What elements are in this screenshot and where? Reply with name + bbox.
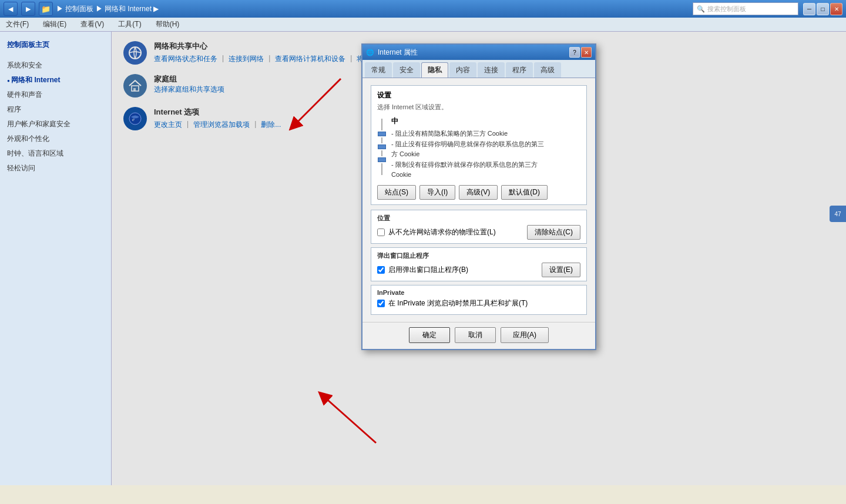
popup-checkbox-label: 启用弹出窗口阻止程序(B) [388, 265, 468, 275]
tab-connections[interactable]: 连接 [478, 62, 505, 78]
tab-privacy[interactable]: 隐私 [421, 62, 448, 78]
clear-sites-button[interactable]: 清除站点(C) [527, 225, 580, 240]
window-controls: ─ □ ✕ [803, 3, 842, 15]
menu-help[interactable]: 帮助(H) [153, 18, 182, 31]
tab-advanced[interactable]: 高级 [534, 62, 561, 78]
inprivate-label: InPrivate [377, 289, 580, 296]
location-checkbox[interactable] [377, 229, 385, 236]
cancel-button[interactable]: 取消 [455, 327, 496, 343]
tab-general[interactable]: 常规 [365, 62, 392, 78]
dialog-tabs: 常规 安全 隐私 内容 连接 程序 高级 [362, 60, 595, 78]
sidebar-item-hardware[interactable]: 硬件和声音 [0, 88, 111, 102]
tab-content[interactable]: 内容 [449, 62, 476, 78]
inprivate-checkbox-label: 在 InPrivate 浏览启动时禁用工具栏和扩展(T) [388, 298, 528, 308]
sidebar-item-system[interactable]: 系统和安全 [0, 58, 111, 73]
dialog-footer: 确定 取消 应用(A) [362, 322, 595, 349]
dialog-controls: ? ✕ [569, 47, 592, 58]
default-button[interactable]: 默认值(D) [501, 185, 548, 200]
forward-button[interactable]: ▶ [21, 2, 35, 16]
main-area: 控制面板主页 系统和安全 网络和 Internet 硬件和声音 程序 用户帐户和… [0, 32, 846, 485]
cookie-description: 中 - 阻止没有精简隐私策略的第三方 Cookie - 阻止没有征得你明确同意就… [391, 116, 580, 180]
slider-line-top [381, 119, 382, 130]
location-checkbox-label: 从不允许网站请求你的物理位置(L) [388, 227, 496, 237]
privacy-level: 中 [391, 116, 580, 126]
inprivate-checkbox-row: 在 InPrivate 浏览启动时禁用工具栏和扩展(T) [377, 298, 580, 308]
titlebar: ◀ ▶ 📁 ▶ 控制面板 ▶ 网络和 Internet ▶ 🔍 搜索控制面板 ─… [0, 0, 846, 18]
sidebar-item-network[interactable]: 网络和 Internet [0, 73, 111, 88]
folder-icon: 📁 [39, 2, 53, 16]
menubar: 文件(F) 编辑(E) 查看(V) 工具(T) 帮助(H) [0, 18, 846, 32]
titlebar-title: ▶ 控制面板 ▶ 网络和 Internet ▶ [56, 4, 159, 14]
dialog-help-button[interactable]: ? [569, 47, 580, 58]
search-icon: 🔍 [697, 5, 705, 13]
minimize-button[interactable]: ─ [803, 3, 815, 15]
search-placeholder: 搜索控制面板 [707, 5, 746, 14]
menu-view[interactable]: 查看(V) [78, 18, 106, 31]
popup-label: 弹出窗口阻止程序 [377, 251, 580, 260]
titlebar-right-area: 🔍 搜索控制面板 ─ □ ✕ [693, 2, 842, 15]
dialog-titlebar: 🌐 Internet 属性 ? ✕ [362, 45, 595, 60]
settings-title: 设置 [377, 90, 580, 100]
sites-button[interactable]: 站点(S) [377, 185, 416, 200]
slider-thumb-active [378, 145, 386, 149]
inprivate-checkbox[interactable] [377, 300, 385, 307]
menu-tools[interactable]: 工具(T) [116, 18, 143, 31]
slider-line-bottom [381, 163, 382, 175]
popup-group: 弹出窗口阻止程序 启用弹出窗口阻止程序(B) 设置(E) [371, 247, 587, 281]
location-group: 位置 从不允许网站请求你的物理位置(L) 清除站点(C) [371, 210, 587, 244]
slider-thumb-top [378, 132, 386, 136]
internet-properties-dialog: 🌐 Internet 属性 ? ✕ 常规 安全 隐私 内容 连接 程序 [361, 43, 596, 350]
menu-file[interactable]: 文件(F) [4, 18, 31, 31]
sidebar-item-clock[interactable]: 时钟、语言和区域 [0, 146, 111, 161]
dialog-title: 🌐 Internet 属性 [366, 48, 418, 58]
sidebar-item-accessibility[interactable]: 轻松访问 [0, 161, 111, 176]
slider-line-mid2 [381, 150, 382, 156]
dialog-close-button[interactable]: ✕ [581, 47, 592, 58]
sidebar-home[interactable]: 控制面板主页 [0, 36, 111, 53]
scroll-badge: 47 [830, 206, 846, 222]
location-row: 从不允许网站请求你的物理位置(L) 清除站点(C) [377, 225, 580, 240]
tab-security[interactable]: 安全 [393, 62, 420, 78]
location-label: 位置 [377, 214, 580, 223]
content-area: 网络和共享中心 查看网络状态和任务 | 连接到网络 | 查看网络计算机和设备 |… [112, 32, 846, 485]
popup-checkbox-row: 启用弹出窗口阻止程序(B) [377, 265, 468, 275]
import-button[interactable]: 导入(I) [419, 185, 455, 200]
sidebar-item-appearance[interactable]: 外观和个性化 [0, 132, 111, 146]
slider-thumb-bottom [378, 157, 386, 162]
ok-button[interactable]: 确定 [409, 327, 450, 343]
sidebar-item-programs[interactable]: 程序 [0, 102, 111, 117]
popup-row: 启用弹出窗口阻止程序(B) 设置(E) [377, 263, 580, 277]
settings-group: 设置 选择 Internet 区域设置。 [371, 85, 587, 205]
slider-line-mid1 [381, 137, 382, 143]
settings-buttons: 站点(S) 导入(I) 高级(V) 默认值(D) [377, 185, 580, 200]
popup-checkbox[interactable] [377, 266, 385, 274]
advanced-button[interactable]: 高级(V) [459, 185, 498, 200]
apply-button[interactable]: 应用(A) [501, 327, 549, 343]
tab-programs[interactable]: 程序 [506, 62, 533, 78]
titlebar-left: ◀ ▶ 📁 ▶ 控制面板 ▶ 网络和 Internet ▶ [4, 2, 159, 16]
slider-track [377, 116, 387, 180]
location-checkbox-row: 从不允许网站请求你的物理位置(L) [377, 227, 496, 237]
dialog-icon: 🌐 [366, 49, 374, 56]
sidebar: 控制面板主页 系统和安全 网络和 Internet 硬件和声音 程序 用户帐户和… [0, 32, 112, 485]
back-button[interactable]: ◀ [4, 2, 18, 16]
inprivate-group: InPrivate 在 InPrivate 浏览启动时禁用工具栏和扩展(T) [371, 285, 587, 315]
cookie-desc-text: - 阻止没有精简隐私策略的第三方 Cookie - 阻止没有征得你明确同意就保存… [391, 129, 580, 180]
sidebar-item-users[interactable]: 用户帐户和家庭安全 [0, 117, 111, 132]
settings-desc: 选择 Internet 区域设置。 [377, 103, 580, 112]
search-box[interactable]: 🔍 搜索控制面板 [693, 2, 798, 15]
popup-settings-button[interactable]: 设置(E) [542, 263, 580, 277]
restore-button[interactable]: □ [817, 3, 829, 15]
slider-area: 中 - 阻止没有精简隐私策略的第三方 Cookie - 阻止没有征得你明确同意就… [377, 116, 580, 180]
close-button[interactable]: ✕ [830, 3, 842, 15]
sidebar-nav: 系统和安全 网络和 Internet 硬件和声音 程序 用户帐户和家庭安全 外观… [0, 58, 111, 176]
menu-edit[interactable]: 编辑(E) [41, 18, 69, 31]
dialog-content: 设置 选择 Internet 区域设置。 [362, 78, 595, 322]
dialog-overlay: 🌐 Internet 属性 ? ✕ 常规 安全 隐私 内容 连接 程序 [112, 32, 846, 485]
